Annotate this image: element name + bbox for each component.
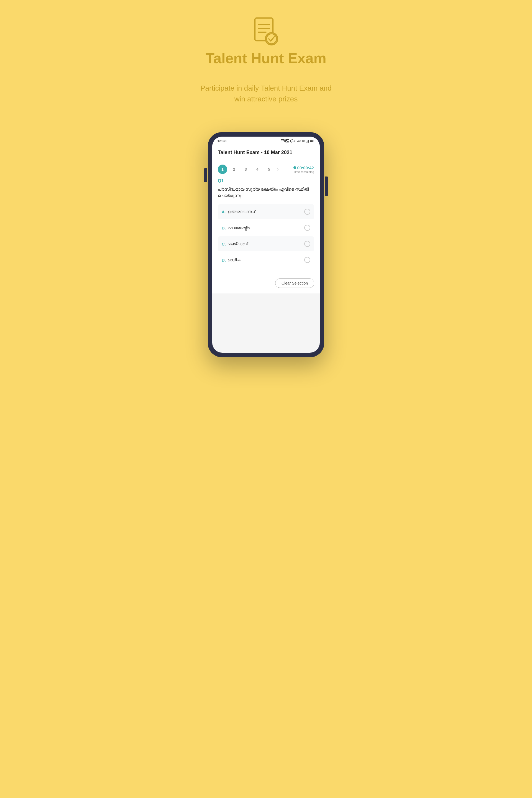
phone-screen: 12:28: [212, 137, 320, 353]
q-nav-1[interactable]: 1: [218, 165, 227, 174]
option-d-radio[interactable]: [304, 257, 310, 263]
option-a[interactable]: A. ഉത്തരാഖണ്ഡ്: [218, 204, 314, 219]
question-label: Q1: [218, 178, 314, 184]
option-d-text: ഒഡിഷ: [227, 258, 304, 262]
battery-icon: [310, 140, 315, 142]
option-b-text: മഹാരാഷ്ട്ര: [227, 225, 304, 230]
status-time: 12:28: [217, 139, 226, 143]
option-b-radio[interactable]: [304, 225, 310, 231]
option-c-text: പഞ്ചാബ്: [227, 241, 304, 246]
remaining-area: [212, 293, 320, 327]
option-c[interactable]: C. പഞ്ചാബ്: [218, 236, 314, 251]
option-c-letter: C.: [222, 242, 226, 246]
options-list: A. ഉത്തരാഖണ്ഡ് B. മഹാരാഷ്ട്ര C. പഞ്ചാബ്: [218, 204, 314, 268]
phone-frame: 12:28: [208, 132, 324, 357]
network-info: Vo0 4G: [297, 140, 305, 142]
question-text: പ്രസിദ്ധമായ സൂര്യ ക്ഷേത്രം എവിടെ സ്ഥിതി …: [218, 186, 314, 199]
exam-icon: [252, 17, 280, 44]
page-subtitle: Participate in daily Talent Hunt Exam an…: [197, 83, 335, 104]
q-nav-arrow[interactable]: ›: [277, 167, 279, 172]
clock-icon: [293, 166, 296, 169]
message-icon: [281, 139, 285, 143]
ring-icon: [290, 139, 293, 143]
svg-point-4: [265, 33, 278, 45]
app-content: 1 2 3 4 5 › 00:00:42 Time remaining: [212, 160, 320, 273]
status-bar: 12:28: [212, 137, 320, 145]
page-title: Talent Hunt Exam: [206, 50, 326, 66]
signal-icon: [306, 139, 309, 143]
timer-value: 00:00:42: [293, 166, 314, 170]
timer-label: Time remaining: [293, 170, 314, 173]
status-icons: Vo0 4G: [281, 139, 315, 143]
option-d-letter: D.: [222, 258, 226, 262]
header-divider: [213, 75, 319, 75]
app-header: Talent Hunt Exam - 10 Mar 2021: [212, 145, 320, 160]
phone-container: 12:28: [208, 132, 324, 357]
svg-rect-10: [310, 140, 313, 141]
status-dot: [294, 140, 296, 141]
q-nav-2[interactable]: 2: [229, 165, 239, 174]
clear-selection-button[interactable]: Clear Selection: [275, 279, 314, 288]
q-nav-5[interactable]: 5: [264, 165, 274, 174]
option-c-radio[interactable]: [304, 241, 310, 247]
page-header: Talent Hunt Exam Participate in daily Ta…: [197, 17, 335, 104]
app-title: Talent Hunt Exam - 10 Mar 2021: [218, 150, 292, 155]
option-b-letter: B.: [222, 226, 226, 230]
option-d[interactable]: D. ഒഡിഷ: [218, 252, 314, 267]
q-nav-4[interactable]: 4: [253, 165, 262, 174]
option-a-letter: A.: [222, 209, 226, 214]
option-a-text: ഉത്തരാഖണ്ഡ്: [227, 209, 304, 214]
q-nav-3[interactable]: 3: [241, 165, 250, 174]
option-b[interactable]: B. മഹാരാഷ്ട്ര: [218, 220, 314, 235]
image-icon: [285, 139, 289, 143]
question-nav: 1 2 3 4 5 › 00:00:42 Time remaining: [218, 165, 314, 174]
option-a-radio[interactable]: [304, 209, 310, 215]
timer-section: 00:00:42 Time remaining: [293, 166, 314, 173]
clear-section: Clear Selection: [212, 273, 320, 293]
svg-rect-7: [285, 139, 289, 142]
